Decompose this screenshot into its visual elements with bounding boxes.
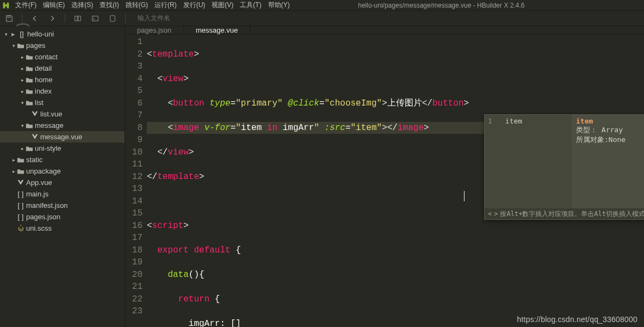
tree-folder-unpackage[interactable]: ▸unpackage [0, 165, 125, 177]
autocomplete-label: item [505, 117, 522, 125]
save-icon[interactable] [4, 14, 14, 23]
tree-folder-unistyle[interactable]: ▸uni-style [0, 143, 125, 154]
footer-url: https://blog.csdn.net/qq_33608000 [517, 315, 637, 324]
menu-file[interactable]: 文件(F) [12, 1, 40, 10]
tab-messagevue[interactable]: message.vue [184, 26, 250, 34]
tree-folder-index[interactable]: ▸index [0, 85, 125, 97]
tree-folder-detail[interactable]: ▸detail [0, 63, 125, 74]
tree-folder-list[interactable]: ▾list [0, 97, 125, 108]
autocomplete-item[interactable]: 1 item [488, 117, 568, 125]
chevron-right-icon[interactable]: > [494, 210, 498, 218]
tree-folder-static[interactable]: ▸static [0, 154, 125, 165]
svg-rect-2 [3, 4, 9, 7]
editor-panel: pages.json message.vue 12345678910111213… [125, 26, 644, 327]
menu-release[interactable]: 发行(U) [180, 1, 209, 10]
svg-rect-5 [78, 16, 81, 21]
menu-tools[interactable]: 工具(T) [237, 1, 264, 10]
tree-folder-message[interactable]: ▾message [0, 120, 125, 131]
tree-root[interactable]: ▾▸[]hello-uni [0, 28, 125, 40]
tab-bar: pages.json message.vue [125, 26, 644, 35]
autocomplete-popup[interactable]: 1 item item 类型： Array 所属对象:None < > 按Alt… [484, 114, 644, 220]
chevron-left-icon[interactable]: < [488, 210, 492, 218]
autocomplete-index: 1 [488, 117, 492, 125]
tree-file-listvue[interactable]: list.vue [0, 108, 125, 120]
tree-file-mainjs[interactable]: [ ]main.js [0, 188, 125, 200]
tree-file-uniscss[interactable]: ᾠuni.scss [0, 223, 125, 234]
terminal-icon[interactable] [90, 14, 100, 23]
tree-folder-home[interactable]: ▸home [0, 74, 125, 85]
tree-file-appvue[interactable]: App.vue [0, 177, 125, 188]
menu-goto[interactable]: 跳转(G) [122, 1, 151, 10]
detail-name: item [576, 117, 644, 125]
explorer-icon[interactable] [73, 14, 83, 23]
svg-rect-4 [75, 16, 77, 21]
window-title: hello-uni/pages/message/message.vue - HB… [293, 2, 590, 9]
menu-run[interactable]: 运行(R) [151, 1, 180, 10]
tree-label: hello-uni [27, 30, 54, 38]
menu-edit[interactable]: 编辑(E) [40, 1, 68, 10]
menu-view[interactable]: 视图(V) [208, 1, 237, 10]
preview-icon[interactable] [108, 14, 117, 23]
toolbar: 输入文件名 [0, 11, 644, 26]
tree-folder-pages[interactable]: ▾pages [0, 40, 125, 51]
tree-file-manifest[interactable]: [ ]manifest.json [0, 200, 125, 211]
tree-folder-contact[interactable]: ▸contact [0, 51, 125, 63]
forward-icon[interactable] [47, 14, 57, 23]
file-search-input[interactable]: 输入文件名 [138, 14, 170, 23]
tree-file-pagesjson[interactable]: [ ]pages.json [0, 211, 125, 223]
autocomplete-footer: < > 按Alt+数字插入对应项目。单击Alt切换插入模式 [485, 208, 644, 219]
svg-rect-7 [110, 15, 115, 21]
app-icon [1, 1, 11, 10]
autocomplete-list[interactable]: 1 item [485, 115, 572, 208]
line-gutter: 1234567891011121314151617181920212223 [125, 35, 147, 327]
tab-pagesjson[interactable]: pages.json [125, 26, 184, 34]
autocomplete-hint: 按Alt+数字插入对应项目。单击Alt切换插入模式 [500, 209, 644, 219]
menu-find[interactable]: 查找(I) [96, 1, 122, 10]
tree-file-messagevue[interactable]: message.vue [0, 131, 125, 143]
file-explorer: ▾▸[]hello-uni ▾pages ▸contact ▸detail ▸h… [0, 26, 125, 327]
text-cursor [464, 191, 465, 201]
menu-help[interactable]: 帮助(Y) [265, 1, 293, 10]
svg-rect-6 [92, 16, 98, 21]
autocomplete-detail: item 类型： Array 所属对象:None [572, 115, 644, 208]
back-icon[interactable] [30, 14, 40, 23]
menu-select[interactable]: 选择(S) [68, 1, 96, 10]
menu-bar: 文件(F) 编辑(E) 选择(S) 查找(I) 跳转(G) 运行(R) 发行(U… [0, 0, 644, 11]
